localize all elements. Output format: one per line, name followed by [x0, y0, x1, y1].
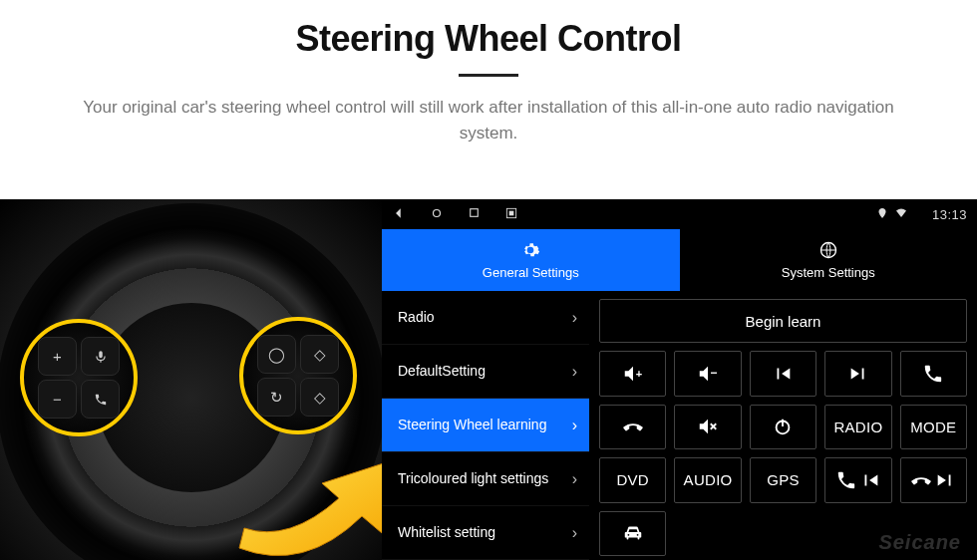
menu-item-tricoloured-light[interactable]: Tricoloured light settings › [382, 452, 589, 506]
svg-point-0 [434, 209, 441, 216]
page-title: Steering Wheel Control [40, 18, 937, 60]
svg-rect-3 [509, 210, 514, 215]
begin-learn-label: Begin learn [746, 313, 821, 330]
menu-item-radio[interactable]: Radio › [382, 291, 589, 345]
tab-label: System Settings [782, 265, 875, 280]
wheel-left-controls: + − [20, 319, 138, 436]
tab-general-settings[interactable]: General Settings [382, 229, 680, 291]
learn-btn-mode[interactable]: MODE [900, 405, 967, 450]
menu-item-steering-wheel-learning[interactable]: Steering Wheel learning › [382, 399, 589, 452]
arrow-callout-icon [234, 433, 382, 560]
status-clock: 13:13 [932, 207, 967, 222]
wheel-btn-down-icon: ◇ [300, 378, 339, 417]
chevron-right-icon: › [572, 362, 577, 381]
learn-btn-power[interactable] [750, 405, 816, 450]
chevron-right-icon: › [572, 308, 577, 327]
learn-btn-call[interactable] [900, 351, 967, 397]
learn-btn-next[interactable] [824, 351, 891, 397]
android-nav-bar: 13:13 [382, 199, 977, 229]
menu-item-label: Tricoloured light settings [398, 470, 548, 487]
wheel-btn-up-icon: ◇ [300, 335, 339, 374]
btn-label: RADIO [833, 419, 882, 435]
phone-hangup-icon [622, 416, 644, 437]
svg-rect-1 [471, 209, 479, 217]
btn-label: MODE [910, 419, 956, 435]
chevron-right-icon: › [572, 523, 577, 542]
learn-btn-gps[interactable]: GPS [750, 457, 816, 503]
tab-label: General Settings [483, 265, 579, 280]
gps-status-icon [876, 207, 888, 222]
begin-learn-button[interactable]: Begin learn [599, 299, 967, 343]
chevron-right-icon: › [572, 469, 577, 488]
chevron-right-icon: › [572, 416, 577, 434]
learn-btn-car[interactable] [599, 511, 666, 557]
menu-item-label: Whitelist setting [398, 524, 495, 541]
learn-button-grid: + − [599, 351, 967, 556]
next-track-icon [847, 363, 869, 385]
wheel-btn-phone-icon [81, 380, 120, 419]
wheel-btn-cycle-icon: ↻ [257, 378, 296, 417]
volume-down-icon: − [697, 363, 719, 385]
wheel-btn-voice-icon [81, 337, 120, 376]
svg-text:+: + [635, 367, 642, 379]
wheel-right-controls: ◯ ◇ ↻ ◇ [239, 317, 357, 434]
menu-item-label: Radio [398, 309, 435, 326]
learn-btn-audio[interactable]: AUDIO [674, 457, 741, 503]
gear-icon [520, 240, 540, 263]
nav-home-icon[interactable] [430, 206, 444, 223]
menu-item-whitelist[interactable]: Whitelist setting › [382, 506, 589, 560]
phone-icon [835, 469, 857, 491]
menu-item-default-setting[interactable]: DefaultSetting › [382, 345, 589, 399]
learn-btn-radio[interactable]: RADIO [824, 405, 891, 450]
learn-btn-vol-down[interactable]: − [674, 351, 741, 397]
btn-label: GPS [767, 471, 800, 488]
title-divider [459, 74, 518, 77]
learn-btn-mute[interactable] [674, 405, 741, 450]
steering-wheel-image: + − ◯ ◇ ↻ ◇ [0, 199, 382, 560]
page-subtitle: Your original car's steering wheel contr… [60, 95, 917, 145]
nav-screenshot-icon[interactable] [504, 206, 518, 223]
wheel-btn-plus: + [38, 337, 77, 376]
learn-btn-phone-next[interactable] [900, 457, 967, 503]
globe-icon [818, 240, 838, 263]
next-track-icon [934, 469, 956, 491]
btn-label: AUDIO [684, 471, 733, 488]
phone-icon [922, 363, 944, 385]
wheel-btn-src-icon: ◯ [257, 335, 296, 374]
nav-back-icon[interactable] [392, 206, 406, 223]
learn-btn-dvd[interactable]: DVD [599, 457, 666, 503]
menu-item-label: Steering Wheel learning [398, 417, 546, 433]
svg-text:−: − [711, 366, 718, 380]
menu-item-label: DefaultSetting [398, 363, 486, 380]
head-unit-screen: 13:13 General Settings System Settings R… [382, 199, 977, 560]
phone-hangup-icon [910, 469, 932, 491]
wifi-status-icon [894, 207, 908, 222]
power-icon [772, 416, 794, 437]
nav-recent-icon[interactable] [468, 206, 481, 222]
tab-system-settings[interactable]: System Settings [680, 229, 978, 291]
settings-menu: Radio › DefaultSetting › Steering Wheel … [382, 291, 589, 560]
prev-track-icon [772, 363, 794, 385]
learn-btn-vol-up[interactable]: + [599, 351, 666, 397]
prev-track-icon [859, 469, 881, 491]
wheel-btn-minus: − [38, 380, 77, 419]
learn-btn-prev[interactable] [750, 351, 816, 397]
mute-icon [697, 416, 719, 437]
volume-up-icon: + [622, 363, 644, 385]
btn-label: DVD [616, 471, 649, 488]
car-icon [622, 522, 644, 544]
learn-btn-hangup[interactable] [599, 405, 666, 450]
learn-btn-phone-prev[interactable] [824, 457, 891, 503]
